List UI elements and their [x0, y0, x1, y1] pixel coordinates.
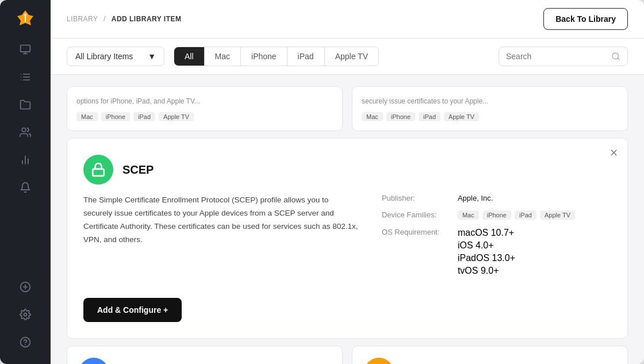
- tag-ipad: iPad: [133, 112, 155, 121]
- sidebar-icon-list[interactable]: [13, 64, 38, 90]
- tab-ipad[interactable]: iPad: [287, 47, 324, 66]
- search-input[interactable]: [506, 52, 607, 61]
- os-requirement-values: macOS 10.7+ iOS 4.0+ iPadOS 13.0+ tvOS 9…: [458, 228, 515, 276]
- content-area: options for iPhone, iPad, and Apple TV..…: [51, 75, 644, 364]
- publisher-row: Publisher: Apple, Inc.: [382, 194, 611, 202]
- breadcrumb-current: ADD LIBRARY ITEM: [112, 15, 182, 23]
- family-mac: Mac: [458, 210, 479, 220]
- partial-card-1-tags: Mac iPhone iPad Apple TV: [76, 112, 333, 121]
- os-macos: macOS 10.7+: [458, 228, 515, 238]
- tab-mac[interactable]: Mac: [204, 47, 240, 66]
- tab-appletv[interactable]: Apple TV: [324, 47, 378, 66]
- sidebar-icon-monitor[interactable]: [13, 37, 38, 62]
- sidebar-icon-gear[interactable]: [13, 302, 38, 327]
- wifi-icon-circle: [364, 358, 394, 364]
- publisher-value: Apple, Inc.: [458, 194, 493, 202]
- tag-iphone: iPhone: [101, 112, 130, 121]
- sidebar-icon-add-circle[interactable]: [13, 274, 38, 300]
- main-content: LIBRARY / ADD LIBRARY ITEM Back To Libra…: [51, 0, 644, 364]
- tab-iphone[interactable]: iPhone: [240, 47, 287, 66]
- device-families-label: Device Families:: [382, 210, 451, 219]
- family-ipad: iPad: [515, 210, 536, 220]
- vpn-card-header: VPN: [79, 358, 331, 364]
- os-ios: iOS 4.0+: [458, 240, 515, 251]
- wifi-card: Wi-Fi Configure settings for one or more…: [352, 346, 628, 364]
- tab-all[interactable]: All: [174, 47, 204, 66]
- scep-expanded-card: ✕ SCEP The Simple Certificate Enrollment…: [67, 138, 628, 339]
- dropdown-chevron-icon: ▼: [148, 52, 156, 61]
- sidebar-icon-help[interactable]: [13, 329, 38, 355]
- os-requirement-label: OS Requirement:: [382, 228, 451, 236]
- tag-mac: Mac: [76, 112, 98, 121]
- partial-card-2-tags: Mac iPhone iPad Apple TV: [362, 112, 618, 121]
- sidebar-icon-folder[interactable]: [13, 92, 38, 117]
- tag-appletv: Apple TV: [159, 112, 194, 121]
- scep-card-header: SCEP: [83, 155, 611, 185]
- sidebar-icon-users[interactable]: [13, 120, 38, 145]
- add-configure-button[interactable]: Add & Configure +: [83, 298, 182, 322]
- tag-mac: Mac: [362, 112, 383, 121]
- os-ipados: iPadOS 13.0+: [458, 253, 515, 263]
- os-tvos: tvOS 9.0+: [458, 266, 515, 276]
- device-families-row: Device Families: Mac iPhone iPad Apple T…: [382, 210, 611, 220]
- close-button[interactable]: ✕: [610, 148, 618, 158]
- svg-rect-3: [21, 45, 30, 52]
- scep-description: The Simple Certificate Enrollment Protoc…: [83, 194, 359, 284]
- svg-point-19: [24, 313, 27, 316]
- library-filter-dropdown[interactable]: All Library Items ▼: [67, 47, 164, 66]
- publisher-label: Publisher:: [382, 194, 451, 202]
- scep-icon-circle: [83, 155, 113, 185]
- partial-card-1: options for iPhone, iPad, and Apple TV..…: [67, 86, 343, 131]
- svg-rect-24: [93, 169, 104, 176]
- back-to-library-button[interactable]: Back To Library: [543, 8, 628, 30]
- os-requirement-row: OS Requirement: macOS 10.7+ iOS 4.0+ iPa…: [382, 228, 611, 276]
- breadcrumb-library: LIBRARY: [67, 15, 98, 23]
- wifi-card-header: Wi-Fi: [364, 358, 616, 364]
- vpn-card: VPN Configure settings for one or more V…: [67, 346, 343, 364]
- breadcrumb: LIBRARY / ADD LIBRARY ITEM: [67, 15, 181, 23]
- sidebar-icon-chart[interactable]: [13, 147, 38, 173]
- toolbar: All Library Items ▼ All Mac iPhone iPad …: [51, 39, 644, 75]
- scep-meta: Publisher: Apple, Inc. Device Families: …: [382, 194, 611, 284]
- bottom-cards-row: VPN Configure settings for one or more V…: [67, 346, 628, 364]
- svg-point-12: [22, 128, 26, 132]
- sidebar: [0, 0, 51, 364]
- app-logo: [16, 9, 34, 28]
- family-appletv: Apple TV: [540, 210, 575, 220]
- partial-card-1-text: options for iPhone, iPad, and Apple TV..…: [76, 96, 333, 106]
- sidebar-icon-bell[interactable]: [13, 175, 38, 200]
- family-iphone: iPhone: [482, 210, 511, 220]
- tag-ipad: iPad: [419, 112, 440, 121]
- tag-iphone: iPhone: [386, 112, 415, 121]
- device-family-tags: Mac iPhone iPad Apple TV: [458, 210, 575, 220]
- scep-title: SCEP: [122, 163, 154, 177]
- partial-card-2: securely issue certificates to your Appl…: [352, 86, 628, 131]
- search-icon: [611, 52, 620, 61]
- page-header: LIBRARY / ADD LIBRARY ITEM Back To Libra…: [51, 0, 644, 39]
- tag-appletv: Apple TV: [444, 112, 479, 121]
- partial-card-2-text: securely issue certificates to your Appl…: [362, 96, 618, 106]
- svg-line-23: [618, 58, 619, 60]
- vpn-icon-circle: [79, 358, 109, 364]
- partial-cards-row: options for iPhone, iPad, and Apple TV..…: [67, 86, 628, 131]
- breadcrumb-separator: /: [103, 15, 106, 23]
- search-box: [499, 47, 628, 66]
- dropdown-label: All Library Items: [75, 52, 133, 61]
- device-filter-tabs: All Mac iPhone iPad Apple TV: [174, 47, 379, 66]
- scep-body: The Simple Certificate Enrollment Protoc…: [83, 194, 611, 284]
